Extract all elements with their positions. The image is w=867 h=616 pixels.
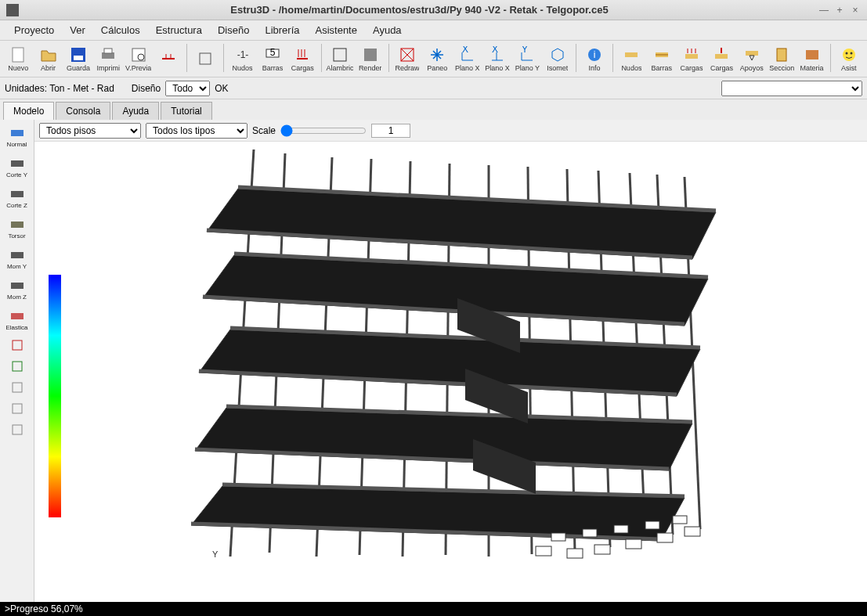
leftbar-corte-z[interactable]: Corte Z — [2, 182, 32, 212]
nudo-icon: -1- — [234, 46, 251, 63]
toolbar-label: V.Previa — [125, 64, 151, 72]
svg-rect-94 — [673, 516, 687, 524]
barras2-icon — [653, 46, 670, 63]
tipos-select[interactable]: Todos los tipos — [146, 123, 247, 139]
toolbar-label: Seccion — [769, 64, 794, 72]
toolbar-plano x[interactable]: XPlano X — [453, 42, 482, 75]
menu-asistente[interactable]: Asistente — [307, 21, 364, 39]
toolbar-alambric[interactable]: Alambric — [325, 42, 354, 75]
ba-icon[interactable] — [2, 335, 32, 355]
svg-rect-46 — [11, 283, 23, 289]
toolbar-render[interactable]: Render — [356, 42, 384, 75]
leftbar-mom-y[interactable]: Mom Y — [2, 243, 32, 273]
zoom-out-icon[interactable] — [2, 420, 32, 440]
tab-consola[interactable]: Consola — [56, 102, 110, 120]
svg-rect-93 — [645, 521, 659, 529]
leftbar-torsor[interactable]: Torsor — [2, 213, 32, 243]
mom y-icon — [9, 247, 25, 263]
zoom-in-icon[interactable] — [2, 398, 32, 419]
leftbar-normal[interactable]: Normal — [2, 121, 32, 151]
menu-ayuda[interactable]: Ayuda — [365, 21, 410, 39]
dim-icon[interactable] — [2, 377, 32, 398]
menu-cálculos[interactable]: Cálculos — [93, 21, 148, 39]
toolbar-label: Plano Y — [515, 64, 540, 72]
menu-proyecto[interactable]: Proyecto — [6, 21, 62, 39]
tab-ayuda[interactable]: Ayuda — [112, 102, 159, 120]
svg-rect-51 — [13, 404, 22, 413]
toolbar-apoyos[interactable]: Apoyos — [738, 42, 766, 75]
corte y-icon — [9, 156, 25, 171]
menu-librería[interactable]: Librería — [257, 21, 307, 39]
toolbar-misc2[interactable] — [191, 42, 219, 75]
maximize-button[interactable]: + — [834, 5, 845, 16]
toolbar-label: Nuevo — [8, 64, 28, 72]
seccion-icon — [773, 46, 790, 63]
toolbar-imprimi[interactable]: Imprimi — [94, 42, 122, 75]
toolbar-label: Render — [359, 64, 382, 72]
svg-rect-37 — [806, 50, 818, 59]
pisos-select[interactable]: Todos pisos — [39, 123, 141, 139]
svg-rect-49 — [13, 362, 22, 371]
print-icon — [99, 46, 117, 63]
toolbar-abrir[interactable]: Abrir — [34, 42, 62, 75]
toolbar-barras[interactable]: Barras — [648, 42, 676, 75]
toolbar-misc1[interactable] — [154, 42, 182, 75]
units-label: Unidades: Ton - Met - Rad — [5, 83, 114, 94]
bd-icon[interactable] — [2, 356, 32, 376]
leftbar-elastica[interactable]: Elastica — [2, 304, 32, 334]
toolbar-redraw[interactable]: Redraw — [393, 42, 421, 75]
toolbar-plano y[interactable]: YPlano Y — [513, 42, 541, 75]
svg-rect-85 — [567, 549, 583, 558]
toolbar-nudos[interactable]: Nudos — [617, 42, 645, 75]
tab-tutorial[interactable]: Tutorial — [161, 102, 212, 120]
toolbar-cargas[interactable]: Cargas — [288, 42, 316, 75]
apoyos-icon — [743, 46, 760, 63]
toolbar-isomet[interactable]: Isomet — [544, 42, 572, 75]
toolbar-nudos[interactable]: -1-Nudos — [228, 42, 256, 75]
svg-point-38 — [843, 49, 855, 61]
viewport-bar: Todos pisos Todos los tipos Scale — [34, 120, 867, 142]
right-combo[interactable] — [721, 81, 862, 96]
svg-rect-36 — [777, 49, 786, 61]
toolbar-cargas[interactable]: Cargas — [677, 42, 706, 75]
scale-input[interactable] — [371, 124, 410, 138]
toolbar-label: Asist — [841, 64, 857, 72]
svg-rect-19 — [364, 49, 377, 61]
toolbar-label: Info — [589, 64, 601, 72]
toolbar-cargas[interactable]: Cargas — [707, 42, 735, 75]
leftbar-mom-z[interactable]: Mom Z — [2, 274, 32, 304]
leftbar-corte-y[interactable]: Corte Y — [2, 152, 32, 182]
toolbar-nuevo[interactable]: Nuevo — [4, 42, 32, 75]
menu-ver[interactable]: Ver — [62, 21, 93, 39]
toolbar-materia[interactable]: Materia — [797, 42, 825, 75]
toolbar-label: Alambric — [326, 64, 353, 72]
toolbar-asist[interactable]: Asist — [835, 42, 863, 75]
mom z-icon — [9, 278, 25, 294]
ok-label[interactable]: OK — [215, 83, 228, 94]
diseno-select[interactable]: Todo — [165, 81, 210, 96]
viewport: Todos pisos Todos los tipos Scale Y — [34, 120, 867, 602]
toolbar-label: Materia — [800, 64, 824, 72]
toolbar-paneo[interactable]: Paneo — [423, 42, 451, 75]
toolbar-v.previa[interactable]: V.Previa — [124, 42, 152, 75]
scale-slider[interactable] — [280, 124, 367, 137]
3d-canvas[interactable]: Y — [34, 142, 867, 602]
toolbar-info[interactable]: iInfo — [580, 42, 609, 75]
minimize-button[interactable]: — — [818, 5, 829, 16]
svg-rect-0 — [13, 48, 23, 62]
tab-modelo[interactable]: Modelo — [3, 102, 54, 120]
svg-rect-4 — [104, 49, 112, 53]
close-button[interactable]: × — [850, 5, 861, 16]
toolbar-plano x[interactable]: XPlano X — [483, 42, 511, 75]
svg-text:-1-: -1- — [237, 49, 248, 60]
toolbar-seccion[interactable]: Seccion — [768, 42, 796, 75]
svg-rect-18 — [334, 49, 346, 61]
svg-rect-86 — [594, 545, 610, 554]
corte z-icon — [9, 186, 25, 202]
svg-text:X: X — [462, 46, 468, 55]
menu-diseño[interactable]: Diseño — [210, 21, 257, 39]
toolbar-guarda[interactable]: Guarda — [64, 42, 92, 75]
menu-estructura[interactable]: Estructura — [148, 21, 210, 39]
toolbar-barras[interactable]: 5Barras — [258, 42, 287, 75]
normal-icon — [9, 125, 25, 141]
